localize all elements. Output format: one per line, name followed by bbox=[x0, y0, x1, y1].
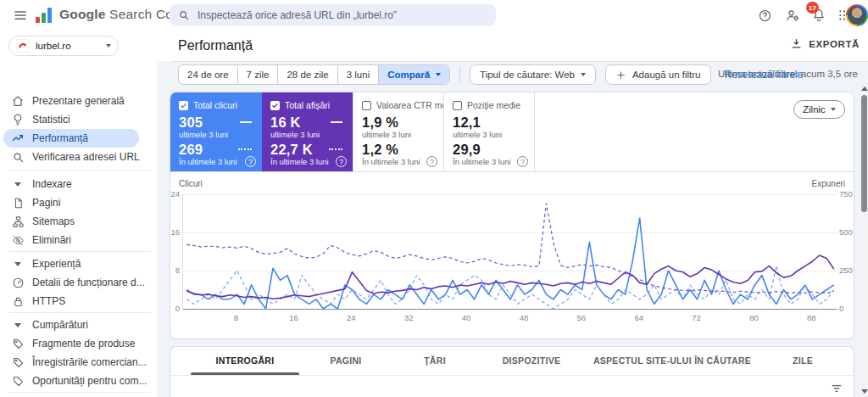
sidebar-item-performanta[interactable]: Performanță bbox=[3, 129, 139, 148]
axis-tick-label: 0 bbox=[839, 304, 854, 313]
chart-lines bbox=[183, 194, 837, 309]
help-icon[interactable] bbox=[756, 7, 773, 24]
checkbox-unchecked-icon[interactable] bbox=[453, 101, 462, 110]
sidebar-item-fragmente-de-produse[interactable]: Fragmente de produse bbox=[0, 334, 157, 353]
checkbox-checked-icon[interactable] bbox=[179, 101, 188, 110]
lightbulb-icon bbox=[11, 113, 25, 126]
search-type-chip[interactable]: Tipul de căutare: Web bbox=[470, 64, 596, 85]
sidebar-item-label: Verificarea adresei URL bbox=[32, 151, 140, 163]
sidebar-item-prezentare-generala[interactable]: Prezentare generală bbox=[0, 92, 157, 110]
metric-value-previous: 269 bbox=[179, 142, 203, 157]
sidebar-item-eliminari[interactable]: Eliminări bbox=[0, 231, 157, 249]
home-icon bbox=[11, 94, 25, 108]
sidebar-item-pagini[interactable]: Pagini bbox=[0, 193, 157, 212]
scrollbar-up-arrow[interactable] bbox=[861, 87, 868, 91]
sidebar-item-oportunitati-pentru-comercianti[interactable]: Oportunități pentru com... bbox=[0, 372, 157, 390]
eye-off-icon bbox=[11, 233, 25, 247]
tab-tari[interactable]: ȚĂRI bbox=[424, 347, 446, 375]
x-tick-label: 8 bbox=[234, 313, 238, 322]
tab-pagini[interactable]: PAGINI bbox=[330, 347, 361, 375]
x-tick-label: 72 bbox=[692, 313, 701, 322]
sidebar-item-https[interactable]: HTTPS bbox=[0, 292, 157, 310]
search-console-logo-icon[interactable] bbox=[36, 6, 52, 23]
x-tick-label: 80 bbox=[749, 313, 759, 322]
right-axis-title: Expuneri bbox=[812, 179, 845, 188]
tab-zile[interactable]: ZILE bbox=[793, 347, 813, 375]
date-range-24h[interactable]: 24 de ore bbox=[179, 65, 238, 84]
sidebar-section-experienta[interactable]: Experiență bbox=[0, 254, 157, 273]
tag-icon bbox=[11, 355, 25, 369]
plus-icon bbox=[615, 70, 626, 81]
scrollbar-down-arrow[interactable] bbox=[861, 389, 868, 394]
sidebar-section-title: Cumpărături bbox=[32, 319, 88, 331]
sidebar-item-sitemaps[interactable]: Sitemaps bbox=[0, 212, 157, 231]
tab-interogari[interactable]: INTEROGĂRI bbox=[216, 347, 275, 375]
x-tick-label: 88 bbox=[807, 313, 816, 322]
header-divider bbox=[172, 61, 868, 62]
tab-aspectul-site-ului[interactable]: ASPECTUL SITE-ULUI ÎN CĂUTARE bbox=[593, 347, 751, 375]
help-icon[interactable]: ? bbox=[336, 156, 347, 167]
x-tick-label: 48 bbox=[520, 313, 529, 322]
tab-dispozitive[interactable]: DISPOZITIVE bbox=[503, 347, 561, 375]
search-placeholder: Inspectează orice adresă URL din „lurbel… bbox=[198, 9, 397, 21]
help-icon[interactable]: ? bbox=[517, 156, 528, 167]
filter-icon[interactable] bbox=[830, 382, 845, 395]
property-name: lurbel.ro bbox=[36, 41, 100, 51]
last-update-text: Ultima actualizare: acum 3,5 ore bbox=[718, 69, 858, 79]
metric-card-average-ctr[interactable]: Valoarea CTR medie 1,9 % ultimele 3 luni… bbox=[353, 92, 443, 171]
axis-tick-label: 0 bbox=[170, 304, 180, 313]
axis-tick-label: 500 bbox=[839, 227, 854, 237]
x-tick-label: 40 bbox=[462, 313, 471, 322]
top-app-bar: Google Search Console Inspectează orice … bbox=[0, 0, 868, 31]
axis-tick-label: 8 bbox=[170, 266, 180, 275]
add-filter-chip[interactable]: Adaugă un filtru bbox=[605, 64, 711, 85]
sidebar-item-detalii-functionare[interactable]: Detalii de funcționare d... bbox=[0, 273, 157, 292]
url-inspection-search-input[interactable]: Inspectează orice adresă URL din „lurbel… bbox=[170, 4, 496, 26]
checkbox-unchecked-icon[interactable] bbox=[362, 101, 371, 110]
x-tick-label: 32 bbox=[404, 313, 414, 322]
metric-card-total-clicks[interactable]: Total clicuri 305 ultimele 3 luni 269 În… bbox=[170, 92, 262, 171]
search-icon bbox=[178, 9, 190, 21]
date-range-7d[interactable]: 7 zile bbox=[238, 65, 279, 84]
chart-plot-area[interactable] bbox=[182, 194, 837, 309]
property-favicon bbox=[16, 39, 30, 53]
sitemap-icon bbox=[11, 215, 25, 228]
sidebar-divider bbox=[8, 170, 151, 171]
axis-tick-label: 24 bbox=[170, 189, 180, 198]
solid-line-icon bbox=[331, 121, 342, 123]
x-tick-label: 56 bbox=[577, 313, 587, 322]
sidebar-section-cumparaturi[interactable]: Cumpărături bbox=[0, 316, 157, 334]
date-range-3m[interactable]: 3 luni bbox=[338, 65, 380, 84]
avatar[interactable] bbox=[846, 4, 868, 26]
metric-value-current: 12,1 bbox=[453, 115, 481, 130]
metric-card-average-position[interactable]: Poziție medie 12,1 ultimele 3 luni 29,9 … bbox=[443, 92, 535, 171]
url-inspect-magnifier-icon bbox=[11, 150, 25, 164]
export-label: EXPORTĂ bbox=[809, 39, 860, 49]
sidebar-section-indexare[interactable]: Indexare bbox=[0, 175, 157, 193]
chevron-down-icon bbox=[831, 108, 836, 111]
help-icon[interactable]: ? bbox=[426, 156, 437, 167]
x-tick-label: 16 bbox=[289, 313, 298, 322]
hamburger-menu-icon[interactable] bbox=[10, 5, 31, 25]
scrollbar-thumb[interactable] bbox=[861, 95, 867, 212]
metric-label-current: ultimele 3 luni bbox=[270, 130, 344, 140]
tag-outline-icon bbox=[11, 374, 25, 388]
metric-value-current: 16 K bbox=[270, 115, 301, 130]
metric-value-previous: 22,7 K bbox=[270, 142, 313, 157]
sidebar-item-label: Înregistrările comercian... bbox=[32, 356, 147, 368]
sidebar-item-statistici[interactable]: Statistici bbox=[0, 110, 157, 129]
date-range-28d[interactable]: 28 de zile bbox=[278, 65, 337, 84]
export-button[interactable]: EXPORTĂ bbox=[790, 37, 860, 50]
metric-value-previous: 1,2 % bbox=[362, 142, 398, 157]
metric-card-total-impressions[interactable]: Total afișări 16 K ultimele 3 luni 22,7 … bbox=[262, 92, 353, 171]
user-settings-icon[interactable] bbox=[784, 7, 801, 24]
granularity-dropdown[interactable]: Zilnic bbox=[793, 100, 845, 119]
checkbox-checked-icon[interactable] bbox=[270, 101, 280, 110]
sidebar-divider bbox=[8, 312, 151, 313]
x-axis-ticks: 816243240485664728088 bbox=[170, 313, 854, 323]
help-icon[interactable]: ? bbox=[245, 156, 256, 167]
property-selector[interactable]: lurbel.ro bbox=[8, 36, 119, 56]
compare-dropdown[interactable]: Compară bbox=[379, 65, 449, 84]
sidebar-item-verificarea-adresei-url[interactable]: Verificarea adresei URL bbox=[0, 148, 157, 166]
sidebar-item-inregistrarile-comerciantilor[interactable]: Înregistrările comercian... bbox=[0, 353, 157, 372]
